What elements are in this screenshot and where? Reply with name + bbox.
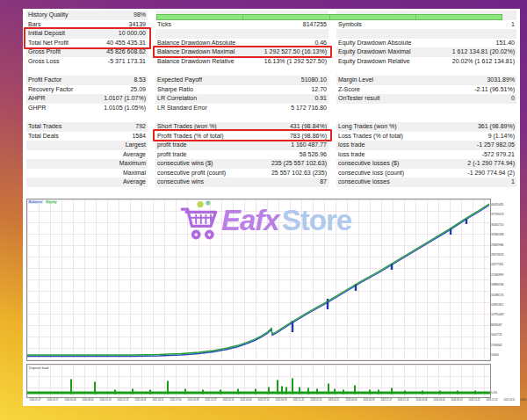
stat-value: 792 — [135, 122, 146, 132]
stat-row: Equity Drawdown Relative20.02% (1 612 13… — [336, 57, 516, 67]
stat-row: Sharpe Ratio12.70 — [155, 85, 328, 95]
stat-value: 2 (-1 290 774.94) — [467, 159, 515, 169]
stat-row: Gross Loss-5 371 173.31 — [26, 57, 148, 67]
tester-report-panel: History Quality98%Bars34139Initial Depos… — [23, 9, 520, 406]
deposit-load-title: Deposit load — [29, 366, 48, 370]
y-tick-label: 5402725 — [491, 333, 502, 337]
stat-row: Balance Drawdown Maximal1 292 527.50 (16… — [155, 47, 328, 57]
x-date-label: 2025.05.20 — [521, 399, 527, 402]
stat-value: 1584 — [132, 132, 146, 141]
x-date-label: 2023.08.29 — [363, 399, 374, 402]
progress-segment — [243, 15, 329, 19]
stat-row: Profit Trades (% of total)783 (98.86%) — [155, 132, 328, 141]
x-date-label: 2025.03.11 — [503, 399, 515, 402]
stat-row: Short Trades (won %)431 (98.84%) — [155, 122, 328, 132]
x-date-label: 2021.12.07 — [206, 399, 217, 402]
stat-row: Symbols1 — [336, 20, 516, 30]
stat-row: Balance Drawdown Absolute0.46 — [155, 39, 328, 48]
stat-row: Long Trades (won %)361 (98.89%) — [336, 122, 516, 132]
stat-row: profit trade58 526.96 — [155, 150, 328, 160]
stat-label: loss trade — [338, 150, 365, 160]
stat-value: 0.46 — [314, 39, 327, 48]
stat-value: 1 612 134.81 (20.02%) — [452, 47, 515, 57]
y-tick-label: 18884536 — [491, 283, 503, 286]
stats-gap — [26, 112, 148, 122]
stat-row: profit trade1 160 487.77 — [155, 141, 328, 150]
stats-gap — [26, 66, 148, 76]
stat-label: Total Trades — [28, 122, 61, 132]
x-date-label: 2024.01.16 — [398, 399, 409, 402]
stat-row: Maximum — [26, 159, 148, 169]
x-date-label: 2022.07.05 — [258, 399, 270, 402]
stats-gap — [155, 66, 328, 76]
y-tick-label: 21580899 — [491, 272, 503, 276]
deposit-load-axis-label: 5.0% — [491, 391, 497, 395]
x-date-label: 2024.10.22 — [468, 399, 480, 402]
stat-value: -2.11 (96.51%) — [474, 85, 515, 95]
stat-label: Expected Payoff — [157, 76, 202, 85]
x-date-label: 2020.08.04 — [83, 399, 94, 402]
y-tick-label: 13491812 — [491, 303, 503, 307]
x-axis-dates: 2020.01.072020.03.172020.05.262020.08.04… — [26, 398, 489, 402]
stat-value: 10 000.00 — [119, 29, 146, 39]
stat-label: Gross Profit — [28, 47, 61, 57]
y-tick-label: 35062710 — [491, 222, 503, 226]
stat-label: Profit Trades (% of total) — [157, 132, 223, 141]
stat-row: Equity Drawdown Absolute151.40 — [336, 39, 516, 48]
stat-value: 361 (98.89%) — [478, 122, 515, 132]
stat-label: Gross Loss — [28, 57, 59, 67]
x-date-label: 2024.06.04 — [433, 399, 444, 402]
stat-value: Maximal — [123, 169, 146, 178]
stat-row: Maximal — [26, 169, 148, 178]
stat-row: GHPR1.0105 (1.05%) — [26, 104, 148, 113]
x-date-label: 2023.01.31 — [310, 399, 321, 402]
stat-label: Short Trades (won %) — [157, 122, 217, 132]
progress-segment — [330, 15, 416, 19]
stat-value: 51080.10 — [301, 76, 327, 85]
y-tick-label: 2706362 — [491, 343, 502, 346]
brand-text-store: Store — [282, 204, 351, 237]
stat-value: 8147255 — [303, 20, 327, 30]
x-date-label: 2021.03.02 — [135, 399, 147, 402]
eafxstore-watermark: Eafx Store — [179, 199, 351, 242]
y-tick-label: 32366348 — [491, 233, 503, 236]
stat-label: Symbols — [338, 20, 362, 30]
stat-row: Balance Drawdown Relative16.13% (1 292 5… — [155, 57, 328, 67]
stat-row: Recovery Factor25.09 — [26, 85, 148, 95]
stat-label: profit trade — [157, 150, 186, 160]
stat-value: 45 826 608.62 — [106, 47, 146, 57]
deposit-load-svg — [27, 365, 490, 397]
x-date-label: 2023.11.07 — [380, 399, 392, 402]
stat-row: consecutive wins87 — [155, 177, 328, 187]
stat-label: consecutive loss (count) — [338, 169, 404, 178]
stats-column-right: Symbols1Equity Drawdown Absolute151.40Eq… — [336, 11, 516, 187]
stat-label: Bars — [28, 20, 40, 30]
x-date-label: 2020.03.17 — [47, 399, 59, 402]
stat-value: 34139 — [129, 20, 146, 30]
stat-value: -5 371 173.31 — [108, 57, 146, 67]
stat-row: consecutive losses1 — [336, 177, 516, 187]
stat-value: 3031.89% — [487, 76, 515, 85]
stat-row: Bars34139 — [26, 20, 148, 30]
x-date-label: 2020.12.22 — [118, 399, 129, 402]
stats-column-middle: Ticks8147255Balance Drawdown Absolute0.4… — [155, 11, 328, 187]
y-tick-label: 10000 — [491, 353, 499, 357]
stat-label: consecutive wins ($) — [157, 159, 213, 169]
stat-label: Balance Drawdown Maximal — [157, 47, 235, 57]
stat-label: consecutive wins — [157, 177, 204, 187]
stat-value: -572 979.21 — [482, 150, 515, 160]
stat-row: OnTester result0 — [336, 94, 516, 104]
x-date-label: 2022.02.15 — [223, 399, 235, 402]
x-date-label: 2022.11.22 — [293, 399, 305, 402]
stat-value: 20.02% (1 612 134.81) — [452, 57, 515, 67]
stat-value: 1 — [511, 20, 515, 30]
stat-row: AHPR1.0107 (1.07%) — [26, 94, 148, 104]
x-date-label: 2021.09.28 — [187, 399, 199, 402]
stat-value: 25.09 — [130, 85, 146, 95]
stat-label: loss trade — [338, 141, 365, 150]
stat-value: 1.0105 (1.05%) — [104, 104, 146, 113]
x-date-label: 2021.07.20 — [170, 399, 181, 402]
stat-value: 8.53 — [134, 76, 146, 85]
stat-row: Expected Payoff51080.10 — [155, 76, 328, 85]
stat-row: History Quality98% — [26, 11, 148, 20]
